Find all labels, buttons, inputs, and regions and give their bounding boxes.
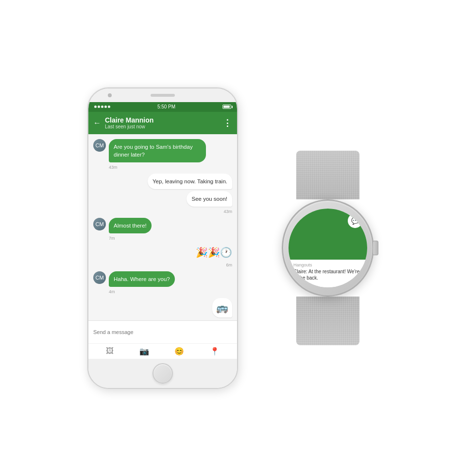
message-bubble-7: 🚌 <box>212 298 232 317</box>
phone: 5:50 PM ← Claire Mannion Last seen just … <box>87 88 238 389</box>
message-bubble-4: Almost there! <box>109 218 152 233</box>
watch-screen-top: 💬 <box>289 209 367 260</box>
home-button[interactable] <box>153 363 173 384</box>
watch-band-top <box>296 151 359 199</box>
timestamp-4: 7m <box>109 236 115 241</box>
timestamp-1: 43m <box>109 165 118 170</box>
avatar-1: CM <box>93 139 106 152</box>
back-button[interactable]: ← <box>93 119 101 127</box>
phone-top-bar <box>88 88 237 102</box>
signal-dots <box>94 106 110 108</box>
timestamp-5: 6m <box>226 263 232 267</box>
contact-name: Claire Mannion <box>105 116 219 124</box>
timestamp-6: 4m <box>109 289 115 294</box>
message-bubble-6: Haha. Where are you? <box>109 271 175 287</box>
contact-status: Last seen just now <box>105 124 219 129</box>
phone-speaker <box>151 94 175 97</box>
battery-fill <box>223 106 230 108</box>
avatar-image-6: CM <box>93 271 106 284</box>
bubbles-6: Haha. Where are you? 4m <box>109 271 175 294</box>
chat-body: CM Are you going to Sam's birthday dinne… <box>88 134 237 320</box>
scene: 5:50 PM ← Claire Mannion Last seen just … <box>0 0 476 476</box>
signal-dot <box>94 106 97 108</box>
chat-input-area <box>88 320 237 343</box>
hangouts-icon: 💬 <box>348 213 362 228</box>
message-bubble-2: Yep, leaving now. Taking train. <box>148 174 232 189</box>
camera-icon[interactable]: 📷 <box>139 347 149 356</box>
avatar-6: CM <box>93 271 106 284</box>
watch-app-name: Hangouts <box>293 263 362 267</box>
status-icons <box>222 105 231 109</box>
chat-toolbar: 🖼 📷 😊 📍 <box>88 343 237 359</box>
bubbles-3: See you soon! 43m <box>187 191 232 214</box>
phone-bottom <box>88 359 237 388</box>
bubbles-7: 🚌 4m <box>212 298 232 320</box>
bubbles-1: Are you going to Sam's birthday dinner l… <box>109 139 206 170</box>
phone-screen: 5:50 PM ← Claire Mannion Last seen just … <box>88 102 237 359</box>
watch-message: Claire: At the restaurant! We're in the … <box>293 268 362 281</box>
watch-screen-bottom: Hangouts Claire: At the restaurant! We'r… <box>289 260 367 287</box>
emoji-icon[interactable]: 😊 <box>174 347 184 356</box>
message-group-7: 🚌 4m <box>93 298 232 320</box>
hangouts-icon-symbol: 💬 <box>351 217 359 225</box>
avatar-image-1: CM <box>93 139 106 152</box>
photo-icon[interactable]: 🖼 <box>106 347 114 356</box>
message-bubble-1: Are you going to Sam's birthday dinner l… <box>109 139 206 162</box>
watch-band-bottom <box>296 297 359 345</box>
phone-camera <box>108 93 112 97</box>
signal-dot <box>101 106 103 108</box>
avatar-4: CM <box>93 218 106 230</box>
watch-crown <box>373 241 378 255</box>
bubbles-4: Almost there! 7m <box>109 218 152 241</box>
timestamp-3: 43m <box>223 209 232 214</box>
message-group-2: Yep, leaving now. Taking train. <box>93 174 232 189</box>
header-info: Claire Mannion Last seen just now <box>105 116 219 129</box>
watch-case: 💬 Hangouts Claire: At the restaurant! We… <box>282 199 374 297</box>
avatar-image-4: CM <box>93 218 106 230</box>
message-group-3: See you soon! 43m <box>93 191 232 214</box>
location-icon[interactable]: 📍 <box>210 347 220 356</box>
watch-screen: 💬 Hangouts Claire: At the restaurant! We… <box>289 209 367 287</box>
status-bar: 5:50 PM <box>88 102 237 112</box>
bubbles-5: 🎉🎉🕐 6m <box>196 245 232 267</box>
menu-button[interactable]: ⋮ <box>223 118 232 128</box>
bubbles-2: Yep, leaving now. Taking train. <box>148 174 232 189</box>
message-group-6: CM Haha. Where are you? 4m <box>93 271 232 294</box>
watch: 💬 Hangouts Claire: At the restaurant! We… <box>267 107 389 389</box>
message-bubble-5: 🎉🎉🕐 <box>196 245 232 260</box>
signal-dot <box>104 106 107 108</box>
message-group-4: CM Almost there! 7m <box>93 218 232 241</box>
message-group-5: 🎉🎉🕐 6m <box>93 245 232 267</box>
status-time: 5:50 PM <box>157 104 175 109</box>
message-input[interactable] <box>93 325 232 339</box>
battery-icon <box>222 105 231 109</box>
message-group-1: CM Are you going to Sam's birthday dinne… <box>93 139 232 170</box>
message-bubble-3: See you soon! <box>187 191 232 207</box>
signal-dot <box>98 106 100 108</box>
signal-dot <box>108 106 110 108</box>
chat-header: ← Claire Mannion Last seen just now ⋮ <box>88 112 237 134</box>
